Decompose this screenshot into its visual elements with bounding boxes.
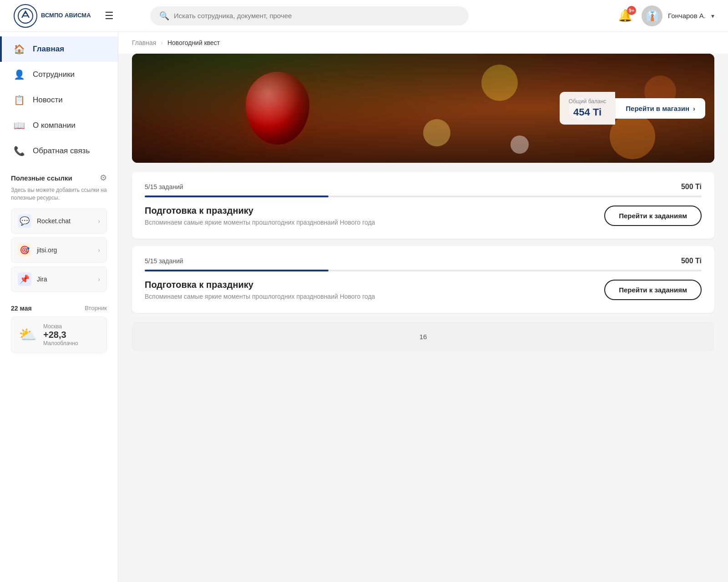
weather-card: ⛅ Москва +28,3 Малооблачно: [11, 316, 107, 353]
useful-links-section: Полезные ссылки ⚙ Здесь вы можете добави…: [0, 164, 118, 300]
weather-day: Вторник: [85, 305, 107, 311]
quest-tasks-1: 5/15 заданий: [145, 183, 183, 191]
nav-item-svyaz[interactable]: 📞 Обратная связь: [0, 138, 118, 164]
breadcrumb: Главная › Новогодний квест: [118, 32, 728, 54]
weather-icon: ⛅: [19, 326, 37, 343]
useful-links-title: Полезные ссылки: [11, 174, 72, 182]
weather-date: 22 мая: [11, 305, 32, 312]
quest-reward-1: 500 Ti: [681, 183, 702, 191]
nav-item-glavnaya[interactable]: 🏠 Главная: [0, 36, 118, 62]
notification-bell[interactable]: 🔔 9+: [618, 9, 632, 23]
quest-button-1[interactable]: Перейти к заданиям: [604, 206, 702, 226]
quest-text-2: Подготовка к празднику Вспоминаем самые …: [145, 280, 375, 300]
shop-arrow-icon: ›: [693, 105, 695, 112]
quest-progress-bar-1: [145, 196, 702, 197]
quest-title-2: Подготовка к празднику: [145, 280, 375, 290]
weather-desc: Малооблачно: [43, 340, 99, 346]
search-box[interactable]: 🔍: [150, 6, 469, 25]
nav-item-o-kompanii[interactable]: 📖 О компании: [0, 113, 118, 138]
nav-label-glavnaya: Главная: [33, 45, 64, 54]
quest-title-1: Подготовка к празднику: [145, 206, 375, 216]
content-area: Главная › Новогодний квест О: [118, 32, 728, 582]
quest-content-1: Подготовка к празднику Вспоминаем самые …: [145, 206, 702, 226]
link-chevron-jira: ›: [98, 276, 100, 283]
logo-area: ВСМПО АВИСМА ☰: [14, 4, 132, 28]
quest-meta-2: 5/15 заданий 500 Ti: [145, 257, 702, 265]
main-layout: 🏠 Главная 👤 Сотрудники 📋 Новости 📖 О ком…: [0, 32, 728, 582]
weather-city: Москва: [43, 323, 99, 330]
quests-area: 5/15 заданий 500 Ti Подготовка к праздни…: [132, 172, 714, 313]
quest-meta-1: 5/15 заданий 500 Ti: [145, 183, 702, 191]
logo-circle: [14, 4, 37, 28]
search-input[interactable]: [174, 12, 460, 20]
home-icon: 🏠: [13, 44, 25, 55]
user-name: Гончаров А.: [668, 12, 706, 20]
nav-label-novosti: Новости: [33, 95, 63, 105]
nav-label-sotrudniki: Сотрудники: [33, 70, 75, 79]
quest-progress-bar-2: [145, 270, 702, 271]
weather-temp: +28,3: [43, 330, 99, 340]
quest-progress-fill-2: [145, 270, 329, 271]
nav-label-svyaz: Обратная связь: [33, 146, 90, 156]
quest-text-1: Подготовка к празднику Вспоминаем самые …: [145, 206, 375, 226]
gear-icon[interactable]: ⚙: [100, 173, 107, 183]
user-info[interactable]: 👔 Гончаров А. ▾: [642, 5, 714, 26]
header-right: 🔔 9+ 👔 Гончаров А. ▾: [618, 5, 714, 26]
quest-content-2: Подготовка к празднику Вспоминаем самые …: [145, 280, 702, 300]
quest-tasks-2: 5/15 заданий: [145, 257, 183, 265]
header: ВСМПО АВИСМА ☰ 🔍 🔔 9+ 👔 Гончаров А. ▾: [0, 0, 728, 32]
weather-section: 22 мая Вторник ⛅ Москва +28,3 Малооблачн…: [0, 300, 118, 362]
link-label-jira: Jira: [37, 276, 92, 283]
jira-icon: 📌: [18, 272, 31, 286]
rocketchat-icon: 💬: [18, 214, 31, 228]
quest-desc-1: Вспоминаем самые яркие моменты прошлогод…: [145, 219, 375, 226]
logo-text: ВСМПО АВИСМА: [41, 12, 91, 20]
balance-label: Общий баланс: [569, 98, 606, 105]
quest-button-2[interactable]: Перейти к заданиям: [604, 280, 702, 300]
link-chevron-rocketchat: ›: [98, 217, 100, 225]
breadcrumb-current: Новогодний квест: [167, 39, 220, 46]
weather-header: 22 мая Вторник: [11, 305, 107, 312]
link-label-jitsi: jitsi.org: [37, 246, 92, 254]
news-icon: 📋: [13, 95, 25, 105]
sidebar: 🏠 Главная 👤 Сотрудники 📋 Новости 📖 О ком…: [0, 32, 118, 582]
pagination-area: 16: [132, 322, 714, 351]
search-icon: 🔍: [159, 11, 169, 21]
nav-label-o-kompanii: О компании: [33, 121, 76, 130]
link-item-jira[interactable]: 📌 Jira ›: [11, 266, 107, 292]
people-icon: 👤: [13, 69, 25, 80]
jitsi-icon: 🎯: [18, 243, 31, 257]
avatar: 👔: [642, 5, 662, 26]
link-label-rocketchat: Rocket.chat: [37, 217, 92, 225]
breadcrumb-separator: ›: [161, 39, 163, 46]
quest-card-1: 5/15 заданий 500 Ti Подготовка к праздни…: [132, 172, 714, 239]
quest-card-2: 5/15 заданий 500 Ti Подготовка к праздни…: [132, 246, 714, 313]
quest-reward-2: 500 Ti: [681, 257, 702, 265]
search-area: 🔍: [150, 6, 600, 25]
book-icon: 📖: [13, 120, 25, 131]
useful-links-desc: Здесь вы можете добавить ссылки на полез…: [11, 186, 107, 202]
link-chevron-jitsi: ›: [98, 246, 100, 254]
nav-item-novosti[interactable]: 📋 Новости: [0, 87, 118, 113]
nav-item-sotrudniki[interactable]: 👤 Сотрудники: [0, 62, 118, 87]
balance-card: Общий баланс 454 Ti: [560, 92, 615, 125]
logo[interactable]: ВСМПО АВИСМА: [14, 4, 91, 28]
chevron-down-icon: ▾: [711, 12, 714, 20]
link-item-jitsi[interactable]: 🎯 jitsi.org ›: [11, 237, 107, 263]
shop-button[interactable]: Перейти в магазин ›: [615, 98, 705, 119]
link-item-rocketchat[interactable]: 💬 Rocket.chat ›: [11, 208, 107, 234]
hero-banner: Общий баланс 454 Ti Перейти в магазин ›: [132, 54, 714, 163]
breadcrumb-home[interactable]: Главная: [132, 39, 156, 46]
hero-card: Общий баланс 454 Ti Перейти в магазин ›: [560, 92, 705, 125]
hamburger-button[interactable]: ☰: [105, 10, 114, 22]
weather-info: Москва +28,3 Малооблачно: [43, 323, 99, 346]
phone-icon: 📞: [13, 146, 25, 156]
quest-progress-fill-1: [145, 196, 329, 197]
useful-links-header: Полезные ссылки ⚙: [11, 173, 107, 183]
balance-value: 454 Ti: [569, 106, 606, 118]
notification-badge: 9+: [627, 6, 636, 15]
page-number: 16: [420, 333, 427, 341]
quest-desc-2: Вспоминаем самые яркие моменты прошлогод…: [145, 293, 375, 300]
